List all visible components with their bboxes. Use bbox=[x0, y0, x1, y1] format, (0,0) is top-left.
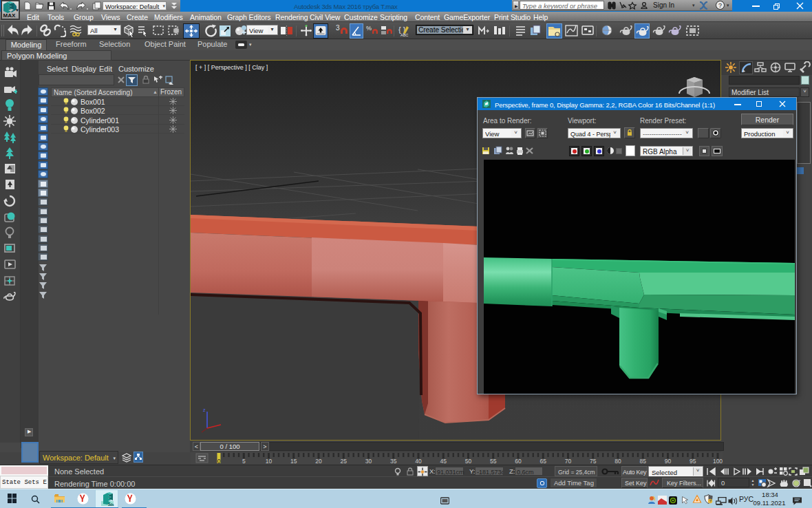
svg-text:5: 5 bbox=[242, 458, 246, 465]
svg-text:70: 70 bbox=[565, 458, 572, 465]
svg-text:40: 40 bbox=[415, 458, 422, 465]
svg-text:3: 3 bbox=[336, 24, 340, 32]
svg-text:20: 20 bbox=[315, 458, 322, 465]
svg-text:z: z bbox=[203, 408, 206, 412]
svg-text:80: 80 bbox=[615, 458, 621, 465]
svg-text:15: 15 bbox=[290, 458, 297, 465]
svg-text:0: 0 bbox=[217, 458, 221, 465]
svg-text:75: 75 bbox=[590, 458, 597, 465]
svg-text:85: 85 bbox=[640, 458, 647, 465]
svg-text:25: 25 bbox=[341, 458, 348, 465]
svg-text:10: 10 bbox=[266, 458, 273, 465]
svg-text:45: 45 bbox=[440, 458, 447, 465]
svg-text:95: 95 bbox=[690, 458, 696, 465]
svg-text:3ds: 3ds bbox=[108, 502, 114, 507]
svg-text:ABC: ABC bbox=[400, 33, 408, 37]
svg-text:%: % bbox=[366, 25, 372, 32]
svg-text:90: 90 bbox=[665, 458, 672, 465]
svg-text:60: 60 bbox=[515, 458, 522, 465]
svg-text:?: ? bbox=[709, 499, 712, 503]
svg-text:50: 50 bbox=[465, 458, 472, 465]
svg-text:100: 100 bbox=[713, 458, 723, 465]
svg-text:35: 35 bbox=[390, 458, 397, 465]
svg-text:65: 65 bbox=[540, 458, 547, 465]
svg-text:30: 30 bbox=[365, 458, 372, 465]
svg-text:55: 55 bbox=[490, 458, 497, 465]
